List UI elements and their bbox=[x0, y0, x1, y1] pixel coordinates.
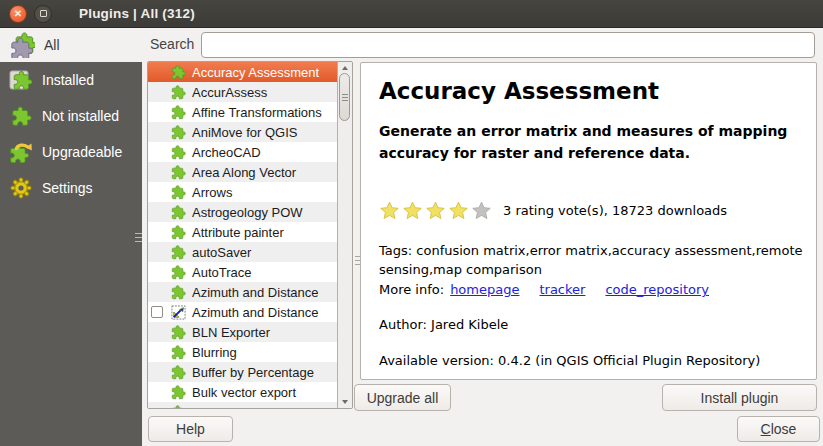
plugin-icon bbox=[171, 285, 186, 300]
plugin-list-item[interactable]: ArcheoCAD bbox=[148, 142, 337, 162]
plugin-list-item[interactable] bbox=[148, 402, 337, 408]
plugin-name: Azimuth and Distance bbox=[192, 285, 318, 300]
plugin-icon bbox=[171, 65, 186, 80]
all-plugins-icon bbox=[9, 32, 35, 58]
scroll-down-icon[interactable] bbox=[338, 397, 352, 407]
azimuth-chart-icon bbox=[171, 305, 186, 320]
help-label: Help bbox=[176, 421, 205, 437]
plugin-icon bbox=[171, 405, 186, 409]
plugin-list-item[interactable]: Attribute painter bbox=[148, 222, 337, 242]
installed-icon bbox=[9, 68, 33, 92]
upgrade-all-label: Upgrade all bbox=[367, 390, 439, 406]
close-button[interactable]: Close bbox=[737, 416, 820, 442]
plugin-list-item[interactable]: Arrows bbox=[148, 182, 337, 202]
sidebar-item-installed[interactable]: Installed bbox=[0, 62, 142, 98]
plugin-icon bbox=[171, 245, 186, 260]
plugin-name: AccurAssess bbox=[192, 85, 267, 100]
plugin-list-item[interactable]: Blurring bbox=[148, 342, 337, 362]
install-plugin-button[interactable]: Install plugin bbox=[662, 384, 817, 411]
star-icon bbox=[471, 200, 492, 221]
close-label: lose bbox=[771, 421, 797, 437]
plugin-checkbox[interactable] bbox=[151, 306, 163, 318]
titlebar: ✕ Plugins | All (312) bbox=[0, 0, 823, 28]
help-button[interactable]: Help bbox=[148, 416, 233, 442]
plugin-icon bbox=[171, 185, 186, 200]
plugin-icon bbox=[171, 125, 186, 140]
more-info-line: More info:homepagetrackercode_repository bbox=[379, 282, 798, 297]
not-installed-icon bbox=[9, 104, 33, 128]
plugin-list-item[interactable]: Affine Transformations bbox=[148, 102, 337, 122]
rating-row: 3 rating vote(s), 18723 downloads bbox=[379, 200, 798, 221]
plugin-list-item[interactable]: AutoTrace bbox=[148, 262, 337, 282]
sidebar-item-label: Upgradeable bbox=[42, 144, 122, 160]
plugin-list-item[interactable]: Astrogeology POW bbox=[148, 202, 337, 222]
plugin-icon bbox=[171, 145, 186, 160]
code-repository-link[interactable]: code_repository bbox=[605, 282, 709, 297]
sidebar-item-label: Installed bbox=[42, 72, 94, 88]
plugin-description: Generate an error matrix and measures of… bbox=[379, 121, 804, 164]
install-plugin-label: Install plugin bbox=[701, 390, 779, 406]
plugin-list-item[interactable]: Azimuth and Distance bbox=[148, 282, 337, 302]
plugin-version: Available version: 0.4.2 (in QGIS Offici… bbox=[379, 353, 798, 368]
star-icon bbox=[402, 200, 423, 221]
plugin-name: Accuracy Assessment bbox=[192, 65, 319, 80]
plugin-list-item[interactable]: AniMove for QGIS bbox=[148, 122, 337, 142]
sidebar-item-upgradeable[interactable]: Upgradeable bbox=[0, 134, 142, 170]
plugin-list-item[interactable]: Accuracy Assessment bbox=[148, 62, 337, 82]
plugin-name: AutoTrace bbox=[192, 265, 252, 280]
list-scrollbar[interactable] bbox=[337, 62, 352, 408]
plugin-details-panel: Accuracy Assessment Generate an error ma… bbox=[360, 62, 817, 380]
plugin-name: Area Along Vector bbox=[192, 165, 296, 180]
tracker-link[interactable]: tracker bbox=[539, 282, 585, 297]
plugin-icon bbox=[171, 205, 186, 220]
plugin-name: Blurring bbox=[192, 345, 237, 360]
plugin-name: AniMove for QGIS bbox=[192, 125, 297, 140]
plugin-list-item[interactable]: Bulk vector export bbox=[148, 382, 337, 402]
plugin-name: Bulk vector export bbox=[192, 385, 296, 400]
plugin-list-item[interactable]: Area Along Vector bbox=[148, 162, 337, 182]
plugin-name: Buffer by Percentage bbox=[192, 365, 314, 380]
close-label-accel: C bbox=[761, 421, 771, 437]
plugin-icon bbox=[171, 105, 186, 120]
plugin-name: Attribute painter bbox=[192, 225, 284, 240]
plugin-list-item[interactable]: Azimuth and Distance bbox=[148, 302, 337, 322]
plugin-icon bbox=[171, 265, 186, 280]
plugin-name: autoSaver bbox=[192, 245, 251, 260]
window-close-icon[interactable]: ✕ bbox=[9, 5, 27, 23]
plugin-list-item[interactable]: AccurAssess bbox=[148, 82, 337, 102]
upgradeable-icon bbox=[9, 140, 33, 164]
plugin-icon bbox=[171, 165, 186, 180]
plugin-list-item[interactable]: Buffer by Percentage bbox=[148, 362, 337, 382]
plugin-title: Accuracy Assessment bbox=[379, 78, 798, 104]
window-title: Plugins | All (312) bbox=[79, 6, 195, 21]
plugin-icon bbox=[171, 325, 186, 340]
sidebar-item-not-installed[interactable]: Not installed bbox=[0, 98, 142, 134]
scrollbar-thumb[interactable] bbox=[339, 73, 350, 121]
sidebar-splitter-handle[interactable] bbox=[135, 237, 142, 238]
sidebar-item-settings[interactable]: Settings bbox=[0, 170, 142, 206]
upgrade-all-button[interactable]: Upgrade all bbox=[354, 384, 451, 411]
plugin-rows: Accuracy Assessment AccurAssess Affine T… bbox=[148, 62, 337, 408]
plugin-icon bbox=[171, 225, 186, 240]
plugin-name: ArcheoCAD bbox=[192, 145, 261, 160]
plugin-author: Author: Jared Kibele bbox=[379, 317, 798, 332]
sidebar-item-label: All bbox=[44, 37, 60, 53]
sidebar-item-all[interactable]: All bbox=[0, 28, 142, 62]
scroll-up-icon[interactable] bbox=[338, 63, 352, 73]
search-input[interactable] bbox=[201, 32, 815, 58]
homepage-link[interactable]: homepage bbox=[450, 282, 519, 297]
sidebar-item-label: Settings bbox=[42, 180, 93, 196]
plugin-icon bbox=[171, 385, 186, 400]
sidebar-item-label: Not installed bbox=[42, 108, 119, 124]
plugin-name: Arrows bbox=[192, 185, 232, 200]
star-icon bbox=[448, 200, 469, 221]
more-info-label: More info: bbox=[379, 282, 444, 297]
plugin-list-item[interactable]: autoSaver bbox=[148, 242, 337, 262]
plugin-name: Azimuth and Distance bbox=[192, 305, 318, 320]
plugin-list: Accuracy Assessment AccurAssess Affine T… bbox=[147, 61, 353, 409]
star-icon bbox=[425, 200, 446, 221]
plugin-name: Astrogeology POW bbox=[192, 205, 303, 220]
window-restore-icon[interactable] bbox=[34, 5, 52, 23]
plugin-icon bbox=[171, 85, 186, 100]
plugin-list-item[interactable]: BLN Exporter bbox=[148, 322, 337, 342]
